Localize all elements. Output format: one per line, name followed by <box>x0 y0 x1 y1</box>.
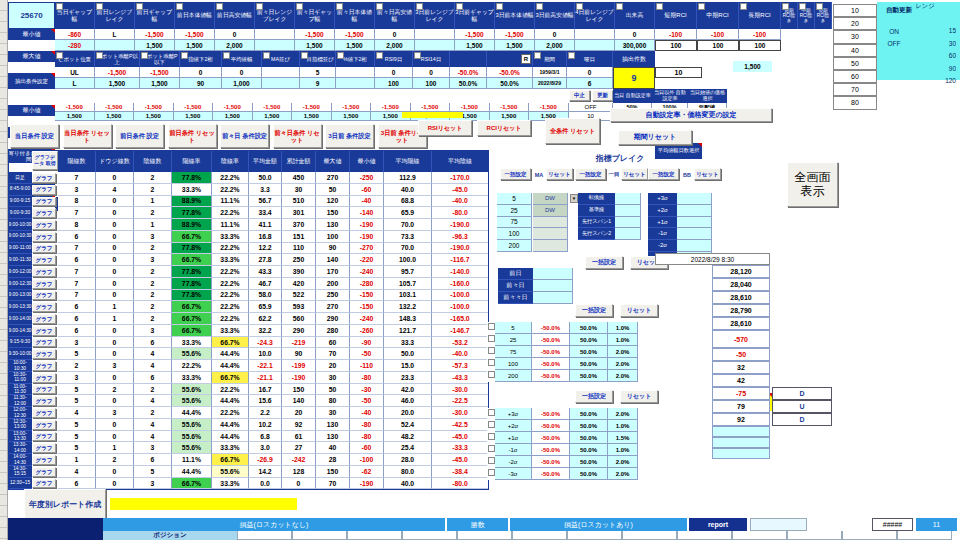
set-button[interactable]: 前々日 条件設定 <box>220 124 269 148</box>
bb-div-min[interactable]: -50.0% <box>532 468 570 480</box>
checkbox[interactable] <box>488 457 495 464</box>
time-min-cell[interactable]: -1,500 <box>174 103 214 112</box>
bb-div-max[interactable]: 50.0% <box>570 432 608 444</box>
checkbox[interactable] <box>56 3 63 10</box>
ma-div-step[interactable]: 1.0% <box>608 334 638 346</box>
bb-div-max[interactable]: 50.0% <box>570 420 608 432</box>
graph-button[interactable]: グラフ <box>32 244 56 254</box>
time-max-cell[interactable]: 1,500 <box>134 112 174 121</box>
checkbox[interactable] <box>301 52 308 59</box>
checkbox[interactable] <box>799 3 806 10</box>
bb-div-min[interactable]: -50.0% <box>532 444 570 456</box>
checkbox[interactable] <box>336 3 343 10</box>
cond2-max-cell[interactable]: 50.0% <box>450 78 487 89</box>
cond1-max-cell[interactable]: 300,000 <box>615 40 655 51</box>
cond2-min-cell[interactable]: UL <box>55 67 95 78</box>
checkbox[interactable] <box>416 3 423 10</box>
graph-button[interactable]: グラフ <box>32 373 56 383</box>
graph-button[interactable]: グラフ <box>32 338 56 348</box>
reset-button[interactable]: 前日条件 リセット <box>168 124 217 148</box>
stop-button[interactable]: 中止 <box>569 90 590 101</box>
scale-number-cell[interactable]: 30 <box>833 30 877 43</box>
graph-button[interactable]: グラフ <box>32 326 56 336</box>
ma-div-step[interactable]: 2.0% <box>608 358 638 370</box>
time-max-cell[interactable]: 1,500 <box>174 112 214 121</box>
cond2-min-cell[interactable]: -50.0% <box>487 67 533 78</box>
bb-value-cell[interactable] <box>677 240 712 252</box>
graph-button[interactable]: グラフ <box>32 385 56 395</box>
cond1-max-cell[interactable]: 1,500 <box>455 40 495 51</box>
checkbox[interactable] <box>414 52 421 59</box>
cond1-min-cell[interactable]: -1,500 <box>175 29 215 40</box>
graph-button[interactable]: グラフ <box>32 185 56 195</box>
ichimoku-value-cell[interactable] <box>615 205 641 217</box>
ma-div-min[interactable]: -50.0% <box>532 370 570 382</box>
checkbox[interactable] <box>488 409 495 416</box>
bulk-set-button[interactable]: 一括設定 <box>648 168 679 180</box>
rci-max-cell[interactable]: 100 <box>739 40 781 51</box>
range-value[interactable]: 120 <box>926 76 956 85</box>
scale-number-cell[interactable]: 70 <box>833 83 877 96</box>
bb-div-step[interactable]: 2.0% <box>608 456 638 468</box>
cond2-max-cell[interactable] <box>262 78 300 89</box>
ichimoku-value-cell[interactable] <box>615 217 641 229</box>
checkbox[interactable] <box>223 52 230 59</box>
bulk-set-button[interactable]: 一括設定 <box>575 168 606 180</box>
ma-state-cell[interactable] <box>533 228 568 240</box>
zaraba-value-cell[interactable] <box>533 280 573 292</box>
checkbox[interactable] <box>376 52 383 59</box>
cond1-min-cell[interactable]: -860 <box>55 29 95 40</box>
range-value[interactable]: 15 <box>926 26 956 35</box>
ma-state-cell[interactable]: DW <box>533 205 568 217</box>
ma-div-max[interactable]: 50.0% <box>570 358 608 370</box>
time-min-cell[interactable]: -1,500 <box>253 103 293 112</box>
cond2-min-cell[interactable]: 0 <box>222 67 262 78</box>
cond1-min-cell[interactable]: -1,500 <box>135 29 175 40</box>
graph-button[interactable]: グラフ <box>32 302 56 312</box>
reset-button[interactable]: 前々日条件 リセット <box>273 124 322 148</box>
rci-min-cell[interactable]: -100 <box>739 29 781 40</box>
cond1-min-cell[interactable] <box>255 29 295 40</box>
period-reset-button[interactable]: 期間リセット <box>618 130 692 145</box>
bb-div-step[interactable]: 1.5% <box>608 432 638 444</box>
auto-update-off-cell[interactable]: OFF <box>569 103 613 112</box>
checkbox[interactable] <box>496 3 503 10</box>
cond1-max-cell[interactable] <box>95 40 135 51</box>
cond1-max-cell[interactable]: 1,500 <box>495 40 535 51</box>
fullscreen-button[interactable]: 全画面 表示 <box>787 162 838 207</box>
set-button[interactable]: 3日前 条件設定 <box>325 124 374 148</box>
cond1-max-cell[interactable] <box>415 40 455 51</box>
graph-button[interactable]: グラフ <box>32 314 56 324</box>
checkbox[interactable] <box>181 52 188 59</box>
graph-button[interactable]: グラフ <box>32 349 56 359</box>
time-max-cell[interactable]: 1,500 <box>332 112 372 121</box>
ma-div-min[interactable]: -50.0% <box>532 322 570 334</box>
rci-max-cell[interactable]: 100 <box>697 40 739 51</box>
all-reset-button[interactable]: 全条件 リセット <box>545 118 600 144</box>
ma-div-max[interactable]: 50.0% <box>570 370 608 382</box>
time-min-cell[interactable]: -1,500 <box>95 103 135 112</box>
cond1-max-cell[interactable]: 2,000 <box>535 40 575 51</box>
ma-state-cell[interactable] <box>533 240 568 252</box>
cond2-min-cell[interactable]: -50.0% <box>450 67 487 78</box>
reset-button[interactable]: リセット <box>546 168 573 180</box>
graph-button[interactable]: グラフ <box>32 420 56 430</box>
reset-button[interactable]: 当日条件 リセット <box>63 124 112 148</box>
cond2-max-cell[interactable]: 6 <box>567 78 613 89</box>
ma-div-min[interactable]: -50.0% <box>532 358 570 370</box>
checkbox[interactable] <box>456 3 463 10</box>
time-max-cell[interactable]: 1,500 <box>213 112 253 121</box>
bb-div-min[interactable]: -50.0% <box>532 408 570 420</box>
graph-button[interactable]: グラフ <box>32 455 56 465</box>
cond1-min-cell[interactable]: -1,500 <box>495 29 535 40</box>
set-button[interactable]: 前日条件 設定 <box>115 124 164 148</box>
ma-period-cell[interactable]: 200 <box>497 240 532 252</box>
checkbox[interactable] <box>534 52 541 59</box>
checkbox[interactable] <box>740 3 747 10</box>
graph-button[interactable]: グラフ <box>32 408 56 418</box>
checkbox[interactable] <box>263 52 270 59</box>
graph-button[interactable]: グラフ <box>32 291 56 301</box>
scale-number-cell[interactable]: 10 <box>833 4 877 17</box>
checkbox[interactable] <box>488 433 495 440</box>
bb-div-max[interactable]: 50.0% <box>570 408 608 420</box>
